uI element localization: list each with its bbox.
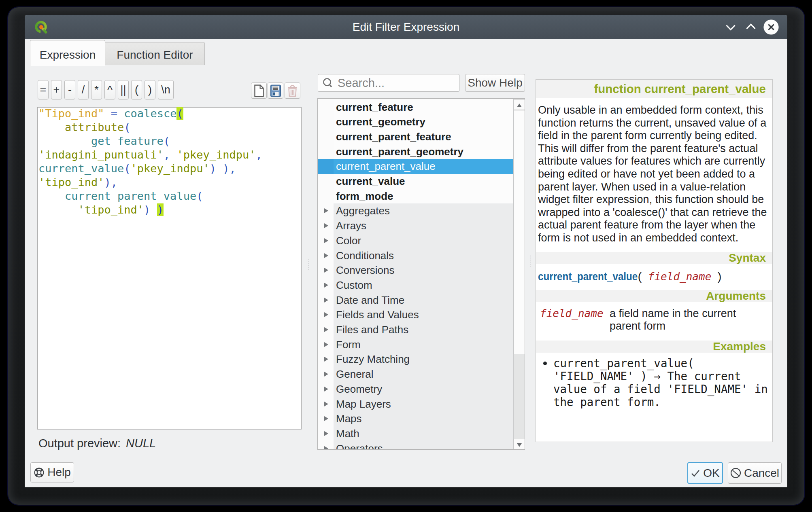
expand-arrow-icon[interactable] <box>324 387 328 391</box>
expand-arrow-icon[interactable] <box>324 298 328 303</box>
scrollbar-up-button[interactable] <box>514 99 525 110</box>
chevron-down-icon <box>722 15 740 39</box>
expand-arrow-icon[interactable] <box>324 431 328 436</box>
branch-indent <box>318 426 334 441</box>
expand-arrow-icon[interactable] <box>324 223 328 228</box>
branch-indent <box>318 307 334 322</box>
function-list-item-Aggregates[interactable]: Aggregates <box>318 203 514 218</box>
expand-arrow-icon[interactable] <box>324 446 328 449</box>
operator-button-\n[interactable]: \n <box>158 80 174 99</box>
branch-indent <box>318 352 334 367</box>
search-input[interactable]: Search... <box>318 74 459 92</box>
function-list-item-current_feature[interactable]: current_feature <box>318 100 514 115</box>
function-list-item-Conditionals[interactable]: Conditionals <box>318 248 514 263</box>
splitter-left[interactable] <box>308 259 310 270</box>
function-list-item-Maps[interactable]: Maps <box>318 411 514 426</box>
operator-button-+[interactable]: + <box>51 80 62 99</box>
expand-arrow-icon[interactable] <box>324 327 328 332</box>
expand-arrow-icon[interactable] <box>324 416 328 421</box>
tab-pane-border <box>25 65 787 65</box>
function-list-item-label: Map Layers <box>334 397 514 412</box>
function-list-item-Math[interactable]: Math <box>318 426 514 441</box>
code-line: 'indagini_puntuali', 'pkey_indpu', <box>38 148 262 162</box>
function-list: current_featurecurrent_geometrycurrent_p… <box>317 98 525 450</box>
operator-button-=[interactable]: = <box>38 80 49 99</box>
help-button[interactable]: Help <box>30 462 74 482</box>
operator-button-([interactable]: ( <box>131 80 142 99</box>
operator-button-/[interactable]: / <box>78 80 89 99</box>
function-list-item-Files and Paths[interactable]: Files and Paths <box>318 322 514 337</box>
tab-function-editor[interactable]: Function Editor <box>105 42 205 65</box>
show-help-button[interactable]: Show Help <box>465 74 525 92</box>
expand-arrow-icon[interactable] <box>324 283 328 288</box>
function-list-item-Geometry[interactable]: Geometry <box>318 382 514 397</box>
function-list-item-current_geometry[interactable]: current_geometry <box>318 114 514 129</box>
function-list-item-label: Fields and Values <box>334 307 514 322</box>
expand-arrow-icon[interactable] <box>324 342 328 347</box>
scrollbar-handle[interactable] <box>514 110 525 354</box>
expression-editor[interactable]: "Tipo_ind" = coalesce( attribute( get_fe… <box>37 107 302 429</box>
delete-expression-button[interactable] <box>285 83 300 99</box>
code-token-plain <box>216 162 223 175</box>
operator-button--[interactable]: - <box>64 80 75 99</box>
expand-arrow-icon[interactable] <box>324 208 328 213</box>
splitter-right[interactable] <box>530 256 531 267</box>
tab-expression[interactable]: Expression <box>30 40 105 66</box>
operator-button-^[interactable]: ^ <box>104 80 115 99</box>
output-preview: Output preview:NULL <box>38 437 156 450</box>
branch-indent <box>318 263 334 278</box>
scrollbar-down-button[interactable] <box>514 439 525 450</box>
function-list-item-Operators[interactable]: Operators <box>318 441 514 449</box>
function-list-item-General[interactable]: General <box>318 367 514 382</box>
operator-button-)[interactable]: ) <box>145 80 155 99</box>
function-list-item-form_mode[interactable]: form_mode <box>318 189 514 204</box>
splitter-dot <box>530 256 531 256</box>
triangle-down-icon <box>517 443 522 447</box>
function-list-item-label: Geometry <box>334 382 514 397</box>
expand-arrow-icon[interactable] <box>324 372 328 377</box>
function-list-item-Color[interactable]: Color <box>318 233 514 248</box>
expand-arrow-icon[interactable] <box>324 268 328 273</box>
branch-indent <box>318 367 334 382</box>
branch-indent <box>318 144 334 159</box>
expand-arrow-icon[interactable] <box>324 402 328 406</box>
expand-arrow-icon[interactable] <box>324 357 328 362</box>
branch-indent <box>318 337 334 352</box>
code-token-str: 'tipo_ind' <box>78 203 144 216</box>
triangle-up-icon <box>517 104 522 107</box>
expand-arrow-icon[interactable] <box>324 312 328 317</box>
function-list-item-Fields and Values[interactable]: Fields and Values <box>318 307 514 322</box>
operator-button-*[interactable]: * <box>91 80 102 99</box>
shade-button[interactable] <box>722 15 740 39</box>
code-line: current_parent_value( <box>38 189 262 203</box>
function-list-item-Form[interactable]: Form <box>318 337 514 352</box>
expand-arrow-icon[interactable] <box>324 238 328 243</box>
function-list-item-Custom[interactable]: Custom <box>318 278 514 293</box>
help-title: function current_parent_value <box>536 80 772 98</box>
maximize-button[interactable] <box>742 15 760 39</box>
function-list-item-current_parent_value[interactable]: current_parent_value <box>318 159 514 174</box>
splitter-dot <box>308 261 309 262</box>
new-expression-button[interactable] <box>251 83 267 99</box>
expand-arrow-icon[interactable] <box>324 253 328 258</box>
code-token-plain <box>38 203 78 216</box>
function-list-item-current_parent_geometry[interactable]: current_parent_geometry <box>318 144 514 159</box>
function-list-item-Conversions[interactable]: Conversions <box>318 263 514 278</box>
function-list-scrollbar[interactable] <box>513 99 525 450</box>
function-list-item-Arrays[interactable]: Arrays <box>318 218 514 233</box>
cancel-icon <box>730 468 741 478</box>
ok-button[interactable]: OK <box>687 462 723 484</box>
branch-indent <box>318 159 334 174</box>
close-button[interactable] <box>763 15 779 39</box>
function-list-item-Date and Time[interactable]: Date and Time <box>318 293 514 308</box>
branch-indent <box>318 233 334 248</box>
function-list-item-Map Layers[interactable]: Map Layers <box>318 397 514 412</box>
function-list-item-Fuzzy Matching[interactable]: Fuzzy Matching <box>318 352 514 367</box>
code-token-op: ) <box>210 162 216 175</box>
function-list-item-current_value[interactable]: current_value <box>318 174 514 189</box>
operator-button-||[interactable]: || <box>118 80 129 99</box>
code-token-op: , <box>229 162 236 175</box>
save-expression-button[interactable] <box>268 83 283 99</box>
function-list-item-current_parent_feature[interactable]: current_parent_feature <box>318 129 514 144</box>
cancel-button[interactable]: Cancel <box>728 462 782 484</box>
